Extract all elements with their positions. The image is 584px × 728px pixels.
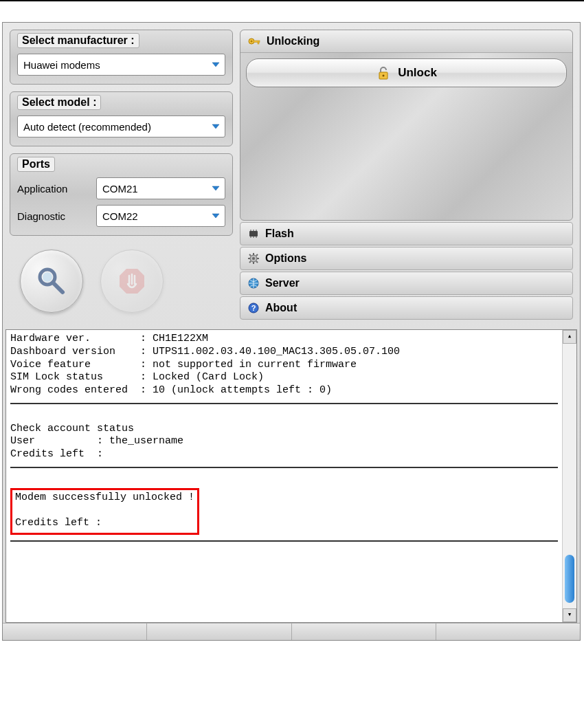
app-port-label: Application [17,183,89,195]
diag-port-value: COM22 [102,210,138,222]
svg-line-23 [249,254,251,256]
model-group: Select model : Auto detect (recommended) [10,91,233,146]
log-line: Hardware ver. : CH1E122XM [10,333,558,346]
chip-icon [247,228,260,240]
app-port-dropdown[interactable]: COM21 [96,177,225,199]
log-line: Check account status [10,423,558,436]
help-icon: ? [247,302,260,314]
padlock-open-icon [376,65,391,80]
about-header[interactable]: ? About [240,296,573,320]
chevron-down-icon [210,58,222,71]
log-line: Wrong codes entered : 10 (unlock attempt… [10,384,558,397]
server-header[interactable]: Server [240,272,573,295]
chevron-down-icon [210,210,222,222]
log-line [15,504,194,517]
manufacturer-dropdown[interactable]: Huawei modems [17,54,225,76]
options-header[interactable]: Options [240,247,573,270]
options-header-text: Options [265,252,306,265]
svg-point-18 [252,257,255,260]
chevron-down-icon [210,182,222,195]
key-icon [247,34,261,48]
log-divider [10,467,558,468]
log-divider [10,403,558,404]
diag-port-label: Diagnostic [17,210,89,222]
unlocking-body: Unlock [240,53,572,220]
status-bar [3,623,580,640]
log-line [10,474,558,487]
model-dropdown[interactable]: Auto detect (recommended) [17,115,225,137]
scroll-down-button[interactable]: ▾ [563,608,576,622]
app-port-value: COM21 [102,183,138,195]
model-value: Auto detect (recommended) [23,121,151,133]
action-buttons-row [10,243,233,320]
diag-port-row: Diagnostic COM22 [17,205,225,227]
manufacturer-label: Select manufacturer : [17,33,139,48]
status-cell [292,624,436,640]
top-border [0,0,584,1]
manufacturer-value: Huawei modems [23,59,100,71]
right-column: Unlocking Unlock [240,30,573,320]
stop-button [100,250,164,313]
log-line: SIM Lock status : Locked (Card Lock) [10,371,558,384]
svg-line-25 [249,261,251,263]
log-line: Credits left : [10,448,558,461]
upper-area: Select manufacturer : Huawei modems Sele… [3,23,580,327]
scrollbar[interactable]: ▴ ▾ [562,330,576,622]
svg-rect-7 [258,42,259,44]
unlock-button-label: Unlock [398,66,437,80]
flash-header[interactable]: Flash [240,222,573,245]
log-line: Modem successfully unlocked ! [15,492,194,505]
unlocking-panel: Unlocking Unlock [240,30,573,221]
svg-point-2 [43,272,52,282]
app-port-row: Application COM21 [17,177,225,199]
about-header-text: About [265,302,297,314]
scroll-up-button[interactable]: ▴ [563,330,576,344]
log-content[interactable]: Hardware ver. : CH1E122XM Dashboard vers… [6,330,562,622]
diag-port-dropdown[interactable]: COM22 [96,205,225,227]
svg-rect-10 [249,231,258,236]
flash-header-text: Flash [265,228,294,240]
left-column: Select manufacturer : Huawei modems Sele… [10,30,233,320]
globe-icon [247,277,260,289]
log-divider [10,540,558,542]
status-cell [436,624,580,640]
ports-label: Ports [17,157,55,172]
scroll-thumb[interactable] [565,555,574,603]
success-highlight: Modem successfully unlocked ! Credits le… [10,488,199,535]
svg-point-5 [251,41,253,43]
unlock-button[interactable]: Unlock [246,58,567,87]
app-window: Select manufacturer : Huawei modems Sele… [2,22,581,641]
log-area: Hardware ver. : CH1E122XM Dashboard vers… [5,329,577,623]
log-line: Voice feature : not supported in current… [10,359,558,372]
status-cell [3,624,147,640]
server-header-text: Server [265,277,300,289]
log-line [10,410,558,423]
gear-icon [247,252,260,265]
svg-line-1 [53,283,63,292]
svg-line-26 [256,254,258,256]
svg-text:?: ? [251,304,256,312]
svg-point-9 [383,75,385,77]
status-cell [147,624,291,640]
unlocking-header-text: Unlocking [267,35,319,47]
chevron-down-icon [210,120,222,133]
magnifier-icon [35,265,68,298]
log-line: Dashboard version : UTPS11.002.03.40.100… [10,346,558,359]
log-line: Credits left : [15,517,194,530]
model-label: Select model : [17,95,101,110]
stop-hand-icon [115,265,148,298]
search-button[interactable] [20,250,83,313]
log-line: User : the_username [10,435,558,448]
svg-line-24 [256,261,258,263]
manufacturer-group: Select manufacturer : Huawei modems [10,30,233,85]
ports-group: Ports Application COM21 Diagnostic COM22 [10,153,233,236]
unlocking-header[interactable]: Unlocking [240,30,572,53]
